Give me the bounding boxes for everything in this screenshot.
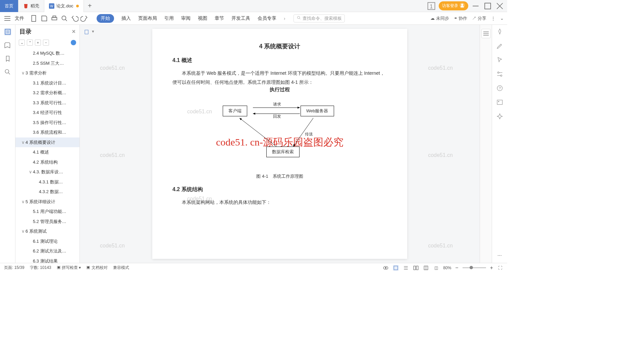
sync-button[interactable]: ☁ 未同步: [430, 15, 449, 21]
print-icon[interactable]: [50, 14, 58, 22]
menutab-chapter[interactable]: 章节: [215, 15, 224, 21]
tag-icon[interactable]: [4, 42, 11, 49]
status-compat[interactable]: 兼容模式: [113, 265, 129, 271]
menutab-reference[interactable]: 引用: [164, 15, 174, 21]
menu-tabs: 开始 插入 页面布局 引用 审阅 视图 章节 开发工具 会员专享 ›: [97, 14, 285, 23]
pen-icon[interactable]: [496, 42, 503, 50]
close-button[interactable]: [495, 1, 504, 11]
status-spellcheck[interactable]: ▣ 拼写检查 ▾: [57, 265, 81, 271]
toc-item[interactable]: ∨3 需求分析: [15, 68, 79, 78]
tab-home[interactable]: 首页: [0, 0, 18, 12]
collapse-all-icon[interactable]: ⌄: [19, 40, 25, 46]
toc-item[interactable]: 3.5 操作可行性…: [15, 118, 79, 128]
toc-item[interactable]: 3.2 需求分析概…: [15, 88, 79, 98]
toc-item[interactable]: 2.4 MySQL 数…: [15, 48, 79, 58]
menutab-review[interactable]: 审阅: [181, 15, 191, 21]
zoom-out-button[interactable]: −: [455, 265, 458, 271]
login-button[interactable]: 访客登录: [439, 1, 468, 10]
sparkle-icon[interactable]: [496, 113, 503, 120]
new-icon[interactable]: [30, 14, 38, 22]
menutab-view[interactable]: 视图: [198, 15, 207, 21]
help-icon[interactable]: ?: [496, 84, 503, 92]
toc-item[interactable]: 3.1 系统设计目…: [15, 78, 79, 88]
zoom-fit-icon[interactable]: ◫: [433, 265, 439, 271]
maximize-button[interactable]: [483, 1, 492, 11]
menutab-start[interactable]: 开始: [97, 14, 114, 23]
toc-item[interactable]: 6.1 测试理论: [15, 236, 79, 246]
bookmark-icon[interactable]: [4, 55, 11, 62]
toc-item[interactable]: 5.1 用户端功能…: [15, 207, 79, 217]
toc-item[interactable]: 6.2 测试方法及…: [15, 246, 79, 256]
diagram-label-resp: 回发: [273, 114, 281, 119]
toc-item[interactable]: 4.1 概述: [15, 147, 79, 157]
page-doc-icon[interactable]: [84, 29, 89, 35]
toc-item[interactable]: ∨4 系统概要设计: [15, 137, 79, 148]
right-rail: ? ⋯: [492, 25, 507, 263]
kebab-icon[interactable]: ⋮: [491, 16, 495, 21]
tab-docker[interactable]: 稻壳: [18, 0, 44, 12]
remove-level-icon[interactable]: −: [43, 40, 49, 46]
cursor-icon[interactable]: [496, 56, 503, 64]
more-menu-icon[interactable]: ›: [284, 16, 285, 21]
tab-document[interactable]: W 论文.doc: [44, 0, 84, 12]
toc-item[interactable]: 4.3.2 数据…: [15, 187, 79, 197]
toc-item[interactable]: 3.4 经济可行性: [15, 108, 79, 118]
status-proof[interactable]: ▣ 文档校对: [86, 265, 107, 271]
view-outline-icon[interactable]: [403, 265, 409, 271]
svg-point-21: [5, 69, 9, 73]
tab-add-button[interactable]: +: [84, 2, 96, 10]
toc-item[interactable]: ∨6 系统测试: [15, 226, 79, 236]
more-dots-icon[interactable]: ⋯: [496, 251, 503, 259]
toc-item[interactable]: 6.3 测试结果: [15, 256, 79, 263]
preview-icon[interactable]: [60, 14, 68, 22]
toc-item[interactable]: 5.2 管理员服务…: [15, 217, 79, 227]
fullscreen-icon[interactable]: ⛶: [497, 265, 503, 271]
rocket-icon[interactable]: [496, 28, 503, 36]
panel-toggle-icon[interactable]: [481, 29, 491, 38]
toc-item[interactable]: 4.2 系统结构: [15, 157, 79, 167]
menutab-layout[interactable]: 页面布局: [138, 15, 157, 21]
find-icon[interactable]: [4, 68, 11, 76]
status-page[interactable]: 页面: 15/39: [4, 265, 24, 271]
hamburger-icon[interactable]: [3, 14, 11, 22]
settings-icon[interactable]: [496, 70, 503, 78]
add-level-icon[interactable]: +: [35, 40, 41, 46]
diagram-box-db: 数据库检索: [266, 147, 300, 157]
watermark: code51.cn: [100, 243, 125, 249]
toc-item[interactable]: 3.6 系统流程和…: [15, 127, 79, 137]
menutab-member[interactable]: 会员专享: [258, 15, 276, 21]
eye-icon[interactable]: [383, 265, 389, 271]
expand-all-icon[interactable]: ⌃: [27, 40, 33, 46]
view-web-icon[interactable]: [413, 265, 419, 271]
toc-item[interactable]: ∨4.3. 数据库设…: [15, 167, 79, 177]
status-words[interactable]: 字数: 10143: [30, 265, 51, 271]
outline-badge-icon[interactable]: [71, 40, 76, 45]
svg-point-28: [497, 72, 499, 73]
save-icon[interactable]: [40, 14, 48, 22]
outline-icon[interactable]: [4, 28, 11, 36]
image-icon[interactable]: [496, 99, 503, 106]
coop-button[interactable]: ⚭ 协作: [454, 15, 468, 21]
share-button[interactable]: ↗ 分享: [472, 15, 486, 21]
zoom-value[interactable]: 80%: [443, 266, 451, 270]
toc-item[interactable]: 4.3.1 数据…: [15, 177, 79, 187]
menutab-devtools[interactable]: 开发工具: [231, 15, 250, 21]
document-area[interactable]: code51.cn code51.cn code51.cn code51.cn …: [80, 25, 480, 263]
view-read-icon[interactable]: [423, 265, 429, 271]
minimize-button[interactable]: [471, 1, 480, 11]
toc-item[interactable]: 3.3 系统可行性…: [15, 98, 79, 108]
search-input[interactable]: 查找命令、搜索模板: [293, 14, 345, 22]
undo-icon[interactable]: [70, 14, 78, 22]
redo-icon[interactable]: [80, 14, 89, 22]
app-box-icon[interactable]: 1: [427, 1, 436, 11]
page-arrow-icon[interactable]: ▾: [92, 29, 94, 35]
menutab-insert[interactable]: 插入: [121, 15, 131, 21]
zoom-in-button[interactable]: +: [490, 265, 493, 271]
zoom-slider[interactable]: [463, 267, 486, 268]
collapse-ribbon-icon[interactable]: ⌄: [500, 16, 504, 21]
toc-item[interactable]: ∨5 系统详细设计: [15, 197, 79, 207]
toc-item[interactable]: 2.5 SSM 三大…: [15, 58, 79, 68]
outline-close-icon[interactable]: ×: [72, 28, 75, 35]
view-page-icon[interactable]: [393, 265, 399, 271]
file-menu[interactable]: 文件: [15, 15, 24, 21]
